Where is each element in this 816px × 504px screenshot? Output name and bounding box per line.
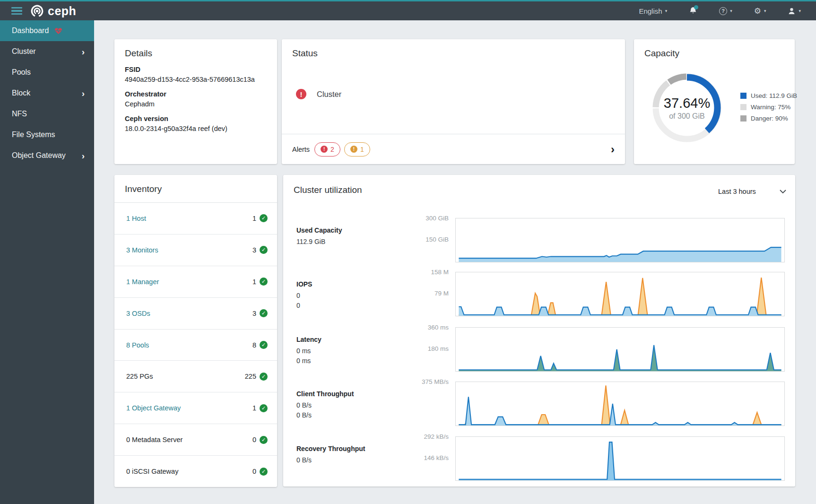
status-card: Status ! Cluster Alerts !2!1 ›: [282, 39, 625, 164]
chart-plot-area: [455, 218, 785, 262]
inventory-count: 1: [252, 278, 256, 286]
chart-row-used-capacity: Used Capacity112.9 GiB300 GiB150 GiB: [283, 218, 795, 262]
capacity-percent: 37.64%: [664, 96, 710, 111]
check-circle-icon: ✓: [260, 246, 268, 254]
chart-title: IOPS: [296, 280, 312, 288]
menu-icon[interactable]: [0, 1, 22, 20]
legend-item: Danger: 90%: [740, 115, 797, 122]
time-range-value: Last 3 hours: [718, 188, 756, 195]
legend-label: Used: 112.9 GiB: [751, 92, 797, 99]
notification-dot: [694, 5, 698, 9]
help-menu[interactable]: ? ▾: [719, 7, 732, 15]
top-navbar: ceph English ▾ ? ▾ ⚙ ▾: [0, 1, 816, 20]
sidebar-item-label: Pools: [12, 68, 31, 77]
legend-swatch: [740, 104, 747, 110]
inventory-link[interactable]: 1 Manager: [126, 278, 159, 286]
inventory-link[interactable]: 1 Host: [126, 215, 146, 222]
chart-row-iops: IOPS00158 M79 M: [283, 272, 795, 316]
inventory-count: 3: [252, 310, 256, 317]
danger-alerts-badge[interactable]: !2: [314, 142, 340, 156]
legend-swatch: [740, 115, 747, 122]
inventory-count: 1: [252, 404, 256, 412]
inventory-row-8-pools[interactable]: 8 Pools8✓: [114, 330, 277, 361]
legend-swatch: [740, 93, 747, 99]
sidebar-item-dashboard[interactable]: Dashboard: [0, 20, 94, 41]
heartbeat-icon: [54, 27, 62, 35]
inventory-link[interactable]: 3 OSDs: [126, 310, 150, 317]
check-circle-icon: ✓: [260, 404, 268, 412]
alert-warning-icon: !: [350, 146, 357, 153]
user-menu[interactable]: ▾: [788, 7, 801, 15]
sidebar-item-label: File Systems: [12, 130, 55, 139]
inventory-row-1-manager[interactable]: 1 Manager1✓: [114, 266, 277, 298]
inventory-row-0-metadata-server: 0 Metadata Server0✓: [114, 424, 277, 456]
inventory-link[interactable]: 8 Pools: [126, 341, 149, 349]
inventory-link[interactable]: 3 Monitors: [126, 246, 158, 254]
chart-current-values: 112.9 GiB: [296, 237, 325, 247]
chart-plot-area: [455, 327, 785, 372]
check-circle-icon: ✓: [260, 214, 268, 222]
inventory-row-1-host[interactable]: 1 Host1✓: [114, 203, 277, 235]
sidebar-item-file-systems[interactable]: File Systems: [0, 124, 94, 145]
inventory-link[interactable]: 1 Object Gateway: [126, 404, 181, 412]
detail-field-value: 4940a259-d153-4cc2-953a-57669613c13a: [125, 76, 267, 83]
chart-plot-area: [455, 272, 785, 316]
cluster-status-row[interactable]: ! Cluster: [296, 89, 341, 99]
help-icon: ?: [719, 7, 727, 15]
sidebar-item-pools[interactable]: Pools: [0, 62, 94, 83]
capacity-total: of 300 GiB: [669, 112, 705, 121]
caret-down-icon: ▾: [799, 9, 801, 13]
sidebar-nav: DashboardCluster›PoolsBlock›NFSFile Syst…: [0, 20, 94, 504]
capacity-legend: Used: 112.9 GiBWarning: 75%Danger: 90%: [740, 92, 797, 122]
y-axis-tick: 360 ms: [406, 324, 449, 331]
time-range-selector[interactable]: Last 3 hours: [718, 187, 787, 196]
sidebar-item-label: Object Gateway: [12, 151, 66, 160]
detail-field-value: Cephadm: [125, 100, 267, 108]
language-selector[interactable]: English ▾: [639, 7, 667, 15]
error-circle-icon: !: [296, 89, 306, 99]
legend-label: Warning: 75%: [751, 104, 790, 111]
check-circle-icon: ✓: [260, 373, 268, 381]
legend-item: Warning: 75%: [740, 104, 797, 111]
sidebar-item-label: Cluster: [12, 47, 36, 56]
warning-alerts-badge[interactable]: !1: [344, 142, 370, 156]
detail-field-label: FSID: [125, 66, 267, 73]
accent-top-strip: [0, 0, 816, 1]
settings-menu[interactable]: ⚙ ▾: [754, 7, 766, 15]
inventory-row-3-monitors[interactable]: 3 Monitors3✓: [114, 235, 277, 266]
status-title: Status: [292, 48, 615, 59]
sidebar-item-object-gateway[interactable]: Object Gateway›: [0, 145, 94, 166]
gear-icon: ⚙: [754, 7, 761, 15]
caret-down-icon: ▾: [730, 9, 732, 13]
utilization-title: Cluster utilization: [294, 185, 785, 195]
notifications-button[interactable]: [689, 7, 697, 15]
chart-row-client-throughput: Client Throughput0 B/s0 B/s375 MB/s: [283, 382, 795, 426]
check-circle-icon: ✓: [260, 278, 268, 286]
inventory-label: 0 iSCSI Gateway: [126, 468, 178, 475]
inventory-count: 1: [252, 215, 256, 222]
sidebar-item-block[interactable]: Block›: [0, 83, 94, 104]
alert-danger-icon: !: [321, 146, 328, 153]
expand-alerts-chevron-icon[interactable]: ›: [611, 144, 615, 155]
brand[interactable]: ceph: [30, 4, 76, 18]
chevron-right-icon: ›: [82, 47, 85, 56]
sidebar-item-label: NFS: [12, 110, 27, 118]
inventory-row-3-osds[interactable]: 3 OSDs3✓: [114, 298, 277, 330]
inventory-row-1-object-gateway[interactable]: 1 Object Gateway1✓: [114, 392, 277, 424]
y-axis-tick: 180 ms: [406, 345, 449, 352]
y-axis-tick: 300 GiB: [406, 215, 449, 222]
inventory-count: 0: [252, 468, 256, 475]
check-circle-icon: ✓: [260, 309, 268, 317]
detail-field-label: Orchestrator: [125, 90, 267, 98]
cluster-utilization-card: Cluster utilization Last 3 hours Used Ca…: [283, 175, 795, 487]
chart-plot-area: [455, 436, 785, 481]
sidebar-item-cluster[interactable]: Cluster›: [0, 41, 94, 62]
sidebar-item-nfs[interactable]: NFS: [0, 104, 94, 124]
inventory-card: Inventory 1 Host1✓3 Monitors3✓1 Manager1…: [114, 175, 277, 487]
alert-count: 1: [360, 146, 364, 153]
language-label: English: [639, 7, 662, 15]
chart-row-recovery-throughput: Recovery Throughput0 B/s292 kB/s146 kB/s: [283, 436, 795, 481]
chart-current-values: 0 ms0 ms: [296, 346, 311, 366]
y-axis-tick: 146 kB/s: [406, 454, 449, 461]
inventory-count: 225: [245, 373, 256, 380]
